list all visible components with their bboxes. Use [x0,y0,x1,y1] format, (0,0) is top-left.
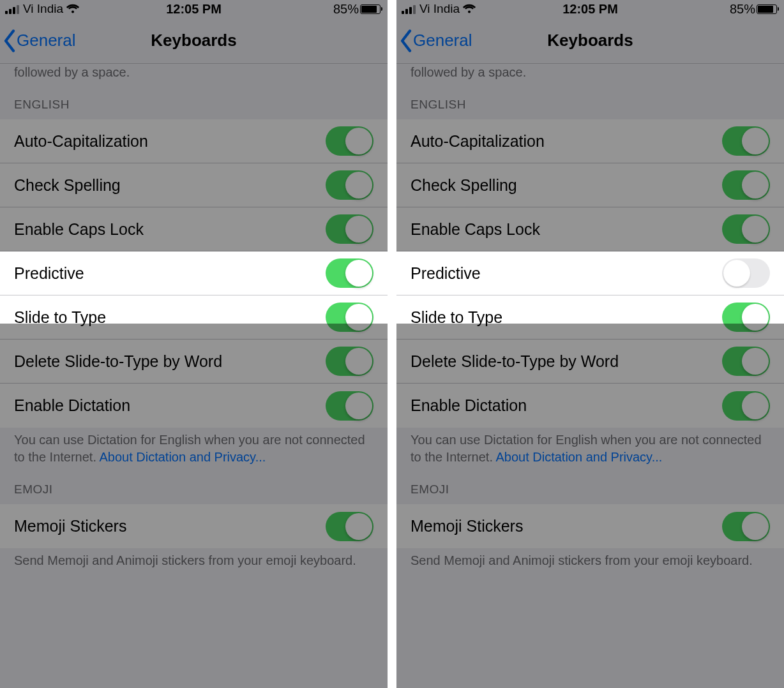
row-enable-caps-lock: Enable Caps Lock [0,207,388,251]
toggle-auto-capitalization[interactable] [722,126,770,156]
toggle-delete-slide-word[interactable] [722,347,770,376]
battery-icon [757,4,779,14]
dictation-note: You can use Dictation for English when y… [396,428,784,482]
toggle-memoji-stickers[interactable] [722,512,770,541]
row-enable-dictation: Enable Dictation [0,384,388,428]
row-enable-dictation: Enable Dictation [396,384,784,428]
dictation-privacy-link[interactable]: About Dictation and Privacy... [495,450,662,464]
row-delete-slide-word: Delete Slide-to-Type by Word [396,340,784,384]
status-bar: Vi India 12:05 PM 85% [0,0,388,18]
section-header-emoji: EMOJI [0,482,388,504]
status-bar: Vi India 12:05 PM 85% [396,0,784,18]
toggle-enable-dictation[interactable] [326,391,373,421]
memoji-note: Send Memoji and Animoji stickers from yo… [0,548,388,586]
back-label: General [413,31,472,50]
back-button[interactable]: General [1,29,76,52]
toggle-slide-to-type[interactable] [326,303,373,332]
clock: 12:05 PM [0,2,388,17]
row-label: Enable Dictation [14,396,326,415]
row-label: Check Spelling [14,176,326,195]
section-header-english: ENGLISH [396,98,784,119]
row-label: Memoji Stickers [411,517,722,535]
row-slide-to-type: Slide to Type [0,295,388,340]
row-label: Predictive [411,264,722,283]
row-auto-capitalization: Auto-Capitalization [0,119,388,163]
row-predictive: Predictive [0,251,388,295]
row-label: Delete Slide-to-Type by Word [14,352,326,371]
toggle-predictive[interactable] [326,258,373,288]
row-label: Slide to Type [411,308,722,327]
row-delete-slide-word: Delete Slide-to-Type by Word [0,340,388,384]
row-slide-to-type: Slide to Type [396,295,784,340]
row-label: Enable Caps Lock [411,220,722,239]
toggle-delete-slide-word[interactable] [326,347,373,376]
row-memoji-stickers: Memoji Stickers [396,504,784,548]
back-label: General [17,31,76,50]
row-check-spelling: Check Spelling [0,163,388,207]
row-label: Memoji Stickers [14,517,326,535]
dictation-note: You can use Dictation for English when y… [0,428,388,482]
clock: 12:05 PM [396,2,784,17]
row-check-spelling: Check Spelling [396,163,784,207]
toggle-enable-caps-lock[interactable] [722,214,770,244]
row-label: Enable Caps Lock [14,220,326,239]
section-header-english: ENGLISH [0,98,388,119]
toggle-auto-capitalization[interactable] [326,126,373,156]
row-label: Predictive [14,264,326,283]
section-header-emoji: EMOJI [396,482,784,504]
battery-icon [360,4,382,14]
toggle-check-spelling[interactable] [722,170,770,200]
shortcut-desc: followed by a space. [0,64,388,98]
toggle-slide-to-type[interactable] [722,303,770,332]
row-memoji-stickers: Memoji Stickers [0,504,388,548]
navigation-bar: General Keyboards [396,18,784,64]
memoji-note: Send Memoji and Animoji stickers from yo… [396,548,784,586]
row-auto-capitalization: Auto-Capitalization [396,119,784,163]
row-label: Delete Slide-to-Type by Word [411,352,722,371]
toggle-enable-caps-lock[interactable] [326,214,373,244]
chevron-left-icon [398,29,414,52]
toggle-predictive[interactable] [722,258,770,288]
dictation-privacy-link[interactable]: About Dictation and Privacy... [99,450,266,464]
phone-right: Vi India 12:05 PM 85% General Keyboards [396,0,784,688]
toggle-enable-dictation[interactable] [722,391,770,421]
row-label: Auto-Capitalization [14,132,326,151]
navigation-bar: General Keyboards [0,18,388,64]
chevron-left-icon [1,29,18,52]
back-button[interactable]: General [398,29,472,52]
shortcut-desc: followed by a space. [396,64,784,98]
phone-left: Vi India 12:05 PM 85% General Keyboards [0,0,388,688]
row-enable-caps-lock: Enable Caps Lock [396,207,784,251]
toggle-check-spelling[interactable] [326,170,373,200]
row-label: Check Spelling [411,176,722,195]
row-predictive: Predictive [396,251,784,295]
row-label: Enable Dictation [411,396,722,415]
row-label: Slide to Type [14,308,326,327]
toggle-memoji-stickers[interactable] [326,512,373,541]
row-label: Auto-Capitalization [411,132,722,151]
